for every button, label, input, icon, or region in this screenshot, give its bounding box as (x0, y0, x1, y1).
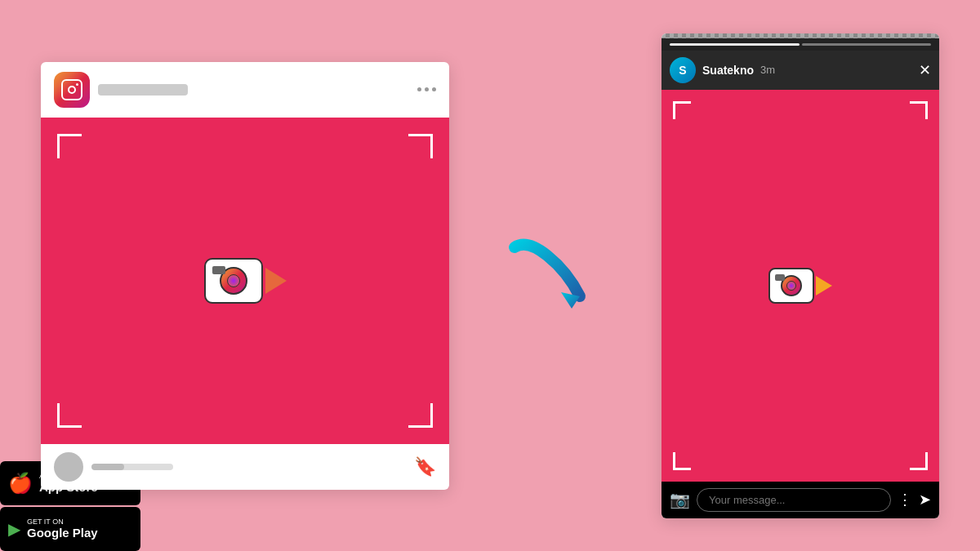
progress-bars (91, 464, 173, 470)
bookmark-icon[interactable]: 🔖 (414, 456, 436, 478)
story-user-avatar: S (670, 57, 696, 83)
story-time: 3m (760, 64, 775, 76)
instagram-story-mockup: S Suatekno 3m ✕ (662, 33, 939, 518)
post-options-menu[interactable] (417, 87, 436, 91)
curved-arrow (502, 231, 608, 321)
story-camera-triangle (816, 276, 832, 295)
camera-body (204, 258, 263, 304)
bracket-bottom-left (57, 403, 82, 428)
progress-segment-1 (670, 43, 800, 46)
story-user-info: S Suatekno 3m (670, 57, 775, 83)
google-play-sub-label: GET IT ON (27, 518, 98, 527)
bracket-top-left (57, 134, 82, 158)
story-image-area (662, 90, 939, 482)
camera-video-icon (204, 258, 287, 304)
story-bracket-top-right (910, 101, 928, 119)
google-play-main-label: Google Play (27, 526, 98, 540)
story-footer: 📷 ⋮ ➤ (662, 482, 939, 518)
post-footer: 🔖 (41, 444, 449, 490)
story-camera-top (775, 274, 785, 281)
arrow-container (498, 227, 612, 325)
progress-segment-2 (802, 43, 932, 46)
post-header-left (54, 72, 188, 108)
instagram-post-mockup: 🔖 (41, 62, 449, 490)
close-icon[interactable]: ✕ (919, 61, 931, 79)
apple-icon: 🍎 (8, 472, 33, 495)
main-content: 🔖 (41, 33, 939, 518)
camera-record-triangle (265, 268, 287, 294)
story-camera-body (768, 268, 814, 304)
profile-avatar (54, 452, 83, 482)
username-placeholder (98, 84, 188, 96)
camera-viewfinder (212, 266, 225, 274)
post-header (41, 62, 449, 118)
story-camera-video-icon (768, 268, 832, 304)
google-play-icon: ▶ (8, 519, 20, 539)
story-header: S Suatekno 3m ✕ (662, 51, 939, 90)
post-image-area (41, 118, 449, 444)
story-more-options-icon[interactable]: ⋮ (898, 491, 912, 509)
story-top-bar (662, 38, 939, 51)
story-username: Suatekno (702, 64, 754, 77)
story-progress-bars (670, 43, 931, 46)
story-bracket-top-left (673, 101, 691, 119)
story-message-input[interactable] (697, 488, 891, 512)
bracket-bottom-right (408, 403, 433, 428)
story-camera-button[interactable]: 📷 (670, 490, 690, 509)
story-bracket-bottom-left (673, 452, 691, 470)
bracket-top-right (408, 134, 433, 158)
story-send-icon[interactable]: ➤ (919, 491, 931, 509)
story-bracket-bottom-right (910, 452, 928, 470)
instagram-logo (54, 72, 90, 108)
